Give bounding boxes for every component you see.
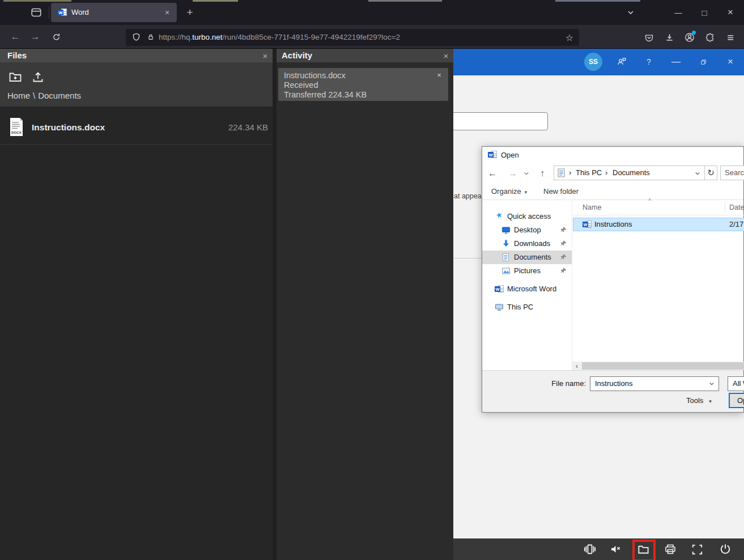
scroll-left-icon[interactable]: ‹ xyxy=(572,362,581,370)
activity-file-name: Instructions.docx xyxy=(284,71,346,80)
file-row-divider xyxy=(0,144,273,145)
word-restore-icon[interactable] xyxy=(695,54,712,70)
list-all-tabs-icon[interactable] xyxy=(624,6,637,19)
pocket-icon[interactable] xyxy=(641,30,656,45)
tab-divider xyxy=(49,6,49,19)
files-panel: Files × Home\Documents xyxy=(0,49,273,560)
remote-files-folder-icon[interactable] xyxy=(636,542,651,556)
documents-icon xyxy=(501,253,511,262)
column-separator[interactable] xyxy=(725,202,725,214)
this-pc-icon xyxy=(495,303,504,312)
url-bar[interactable]: https://hq.turbo.net/run/4bdb85ce-771f-4… xyxy=(126,29,579,46)
help-icon[interactable]: ? xyxy=(640,54,657,70)
dialog-body: ★ Quick access Desktop Downloads xyxy=(482,200,743,370)
window-minimize-button[interactable]: — xyxy=(671,6,685,19)
files-panel-close-icon[interactable]: × xyxy=(260,49,270,62)
new-tab-button[interactable]: + xyxy=(182,5,197,20)
reload-button[interactable] xyxy=(48,29,64,45)
account-icon[interactable] xyxy=(682,30,697,45)
dialog-forward-icon[interactable]: → xyxy=(506,167,520,180)
share-person-icon[interactable] xyxy=(613,54,630,70)
fullscreen-icon[interactable] xyxy=(690,542,704,556)
sound-muted-icon[interactable] xyxy=(609,542,623,556)
breadcrumb-home[interactable]: Home xyxy=(7,91,30,100)
menu-hamburger-icon[interactable]: ≡ xyxy=(723,30,738,45)
horizontal-scrollbar[interactable]: ‹ xyxy=(572,362,744,370)
back-button[interactable]: ← xyxy=(7,29,23,45)
downloads-icon[interactable] xyxy=(662,30,677,45)
power-icon[interactable] xyxy=(718,542,733,556)
word-title-bar: SS ? — × xyxy=(453,49,744,75)
dialog-title-bar: W Open xyxy=(482,147,743,163)
column-header-date[interactable]: Date xyxy=(729,200,744,215)
file-row-instructions[interactable]: W Instructions 2/17 xyxy=(573,218,744,231)
upload-icon[interactable] xyxy=(29,69,46,85)
tab-close-icon[interactable]: × xyxy=(162,7,172,18)
tools-button[interactable]: Tools▾ xyxy=(686,393,712,408)
dialog-up-icon[interactable]: ↑ xyxy=(535,167,549,180)
dialog-history-chevron-icon[interactable] xyxy=(522,167,531,180)
windows-switcher-icon[interactable] xyxy=(583,542,597,556)
dialog-title: Open xyxy=(501,147,519,163)
dialog-back-icon[interactable]: ← xyxy=(486,167,499,180)
dialog-word-icon: W xyxy=(488,150,497,161)
nav-item-pictures[interactable]: Pictures xyxy=(482,264,572,278)
microsoft-word-icon: W xyxy=(495,285,504,295)
nav-item-downloads[interactable]: Downloads xyxy=(482,237,572,251)
crumb-separator: › xyxy=(569,166,571,180)
activity-panel-title: Activity xyxy=(282,49,312,62)
dialog-address-field[interactable]: › This PC › Documents xyxy=(554,166,705,180)
browser-tab-word[interactable]: W Word × xyxy=(51,3,177,22)
column-header-name[interactable]: Name xyxy=(583,200,601,215)
files-panel-title: Files xyxy=(7,49,27,62)
dialog-search-box[interactable]: Searc xyxy=(720,166,744,180)
extensions-puzzle-icon[interactable] xyxy=(703,30,717,45)
account-notification-dot xyxy=(692,31,696,35)
activity-panel: Activity × Instructions.docx Received Tr… xyxy=(277,49,453,560)
refresh-icon[interactable]: ↻ xyxy=(704,166,717,180)
activity-panel-close-icon[interactable]: × xyxy=(441,49,451,62)
nav-item-this-pc[interactable]: This PC xyxy=(482,300,572,314)
window-close-button[interactable]: × xyxy=(724,6,737,19)
backstage-text-fragment: at appears xyxy=(454,192,482,200)
print-icon[interactable] xyxy=(663,542,678,556)
browser-tab-bar: W Word × + — □ × xyxy=(0,0,744,25)
file-name-dropdown-icon[interactable] xyxy=(709,381,715,387)
organize-button[interactable]: Organize▾ xyxy=(491,183,527,201)
file-list-header: ^ Name Date xyxy=(572,200,744,215)
nav-item-documents[interactable]: Documents xyxy=(482,251,572,264)
file-list-item[interactable]: DOCX Instructions.docx 224.34 KB xyxy=(0,112,273,143)
pictures-icon xyxy=(501,266,511,275)
backstage-search-input[interactable] xyxy=(453,112,548,130)
file-type-value: All W xyxy=(733,377,744,391)
file-name-combobox[interactable]: Instructions xyxy=(590,376,719,391)
downloads-arrow-icon xyxy=(501,239,511,248)
address-dropdown-icon[interactable] xyxy=(695,171,700,176)
dialog-nav-pane: ★ Quick access Desktop Downloads xyxy=(482,200,572,370)
word-close-icon[interactable]: × xyxy=(722,54,739,70)
firefox-view-icon[interactable] xyxy=(27,5,45,20)
account-avatar[interactable]: SS xyxy=(584,53,602,71)
new-folder-button[interactable]: New folder xyxy=(543,183,579,200)
activity-card-close-icon[interactable]: × xyxy=(435,70,444,79)
nav-item-quick-access[interactable]: ★ Quick access xyxy=(482,210,572,223)
nav-item-desktop[interactable]: Desktop xyxy=(482,223,572,237)
file-name-value: Instructions xyxy=(595,377,632,391)
bookmark-star-icon[interactable]: ☆ xyxy=(566,29,573,46)
window-maximize-button[interactable]: □ xyxy=(698,6,711,19)
docx-file-icon: DOCX xyxy=(9,117,24,137)
open-button[interactable]: Open xyxy=(729,393,744,408)
file-type-combobox[interactable]: All W xyxy=(728,376,744,391)
new-folder-icon[interactable] xyxy=(7,69,24,85)
scrollbar-thumb[interactable] xyxy=(582,362,744,370)
forward-button[interactable]: → xyxy=(27,29,43,45)
crumb-this-pc[interactable]: This PC xyxy=(576,166,602,180)
shield-icon[interactable] xyxy=(131,32,141,42)
organize-dropdown-icon: ▾ xyxy=(525,189,528,195)
crumb-documents[interactable]: Documents xyxy=(613,166,650,180)
lock-icon[interactable] xyxy=(146,32,155,41)
nav-item-microsoft-word[interactable]: W Microsoft Word xyxy=(482,282,572,296)
quick-access-star-icon: ★ xyxy=(495,210,504,220)
word-minimize-icon[interactable]: — xyxy=(668,54,685,70)
activity-status: Received xyxy=(284,80,318,90)
